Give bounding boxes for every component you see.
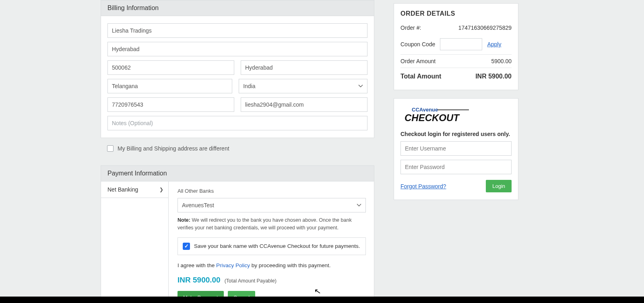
- svg-text:CHECKOUT: CHECKOUT: [405, 112, 460, 123]
- payment-tabs: Net Banking ❯: [101, 181, 169, 303]
- billing-notes-input[interactable]: [107, 116, 367, 130]
- billing-state-input[interactable]: [107, 79, 232, 93]
- agree-line: I agree with the Privacy Policy by proce…: [178, 262, 366, 268]
- payable-amount: INR 5900.00: [178, 276, 221, 284]
- billing-panel: Billing Information India: [101, 0, 374, 138]
- login-button[interactable]: Login: [486, 180, 512, 192]
- order-details-title: ORDER DETAILS: [400, 10, 512, 17]
- order-number-value: 17471630669275829: [458, 25, 512, 31]
- order-details-box: ORDER DETAILS Order #: 17471630669275829…: [394, 3, 518, 90]
- billing-country-select[interactable]: India: [239, 79, 367, 93]
- checkbox-empty-icon: [107, 145, 114, 152]
- payment-panel: Payment Information Net Banking ❯ All Ot…: [101, 165, 374, 303]
- coupon-input[interactable]: [440, 38, 482, 50]
- tab-netbanking[interactable]: Net Banking ❯: [101, 181, 168, 198]
- forgot-password-link[interactable]: Forgot Password?: [400, 183, 446, 190]
- bank-select[interactable]: AvenuesTest: [178, 198, 366, 212]
- checkout-login-box: CCAvenue CHECKOUT Checkout login for reg…: [394, 98, 518, 200]
- payable-amount-note: (Total Amount Payable): [225, 278, 277, 284]
- username-input[interactable]: [400, 141, 512, 156]
- svg-text:CCAvenue: CCAvenue: [412, 107, 438, 113]
- all-other-banks-label: All Other Banks: [178, 188, 366, 194]
- apply-coupon-link[interactable]: Apply: [487, 41, 501, 47]
- payment-header: Payment Information: [101, 166, 374, 181]
- checkbox-checked-icon: ✓: [183, 243, 190, 250]
- redirect-note: Note: We will redirect you to the bank y…: [178, 216, 366, 232]
- privacy-policy-link[interactable]: Privacy Policy: [216, 262, 250, 268]
- chevron-right-icon: ❯: [159, 187, 163, 192]
- save-bank-checkbox[interactable]: ✓ Save your bank name with CCAvenue Chec…: [178, 237, 366, 255]
- billing-zip-input[interactable]: [107, 60, 234, 75]
- different-shipping-label: My Billing and Shipping address are diff…: [118, 145, 229, 152]
- billing-header: Billing Information: [101, 0, 374, 16]
- checkout-login-title: Checkout login for registered users only…: [400, 131, 512, 137]
- save-bank-label: Save your bank name with CCAvenue Checko…: [194, 243, 360, 249]
- billing-name-input[interactable]: [107, 23, 367, 38]
- coupon-label: Coupon Code: [400, 41, 435, 47]
- total-amount-row: Total Amount INR 5900.00: [400, 68, 512, 83]
- billing-address-input[interactable]: [107, 42, 367, 56]
- billing-email-input[interactable]: [241, 97, 367, 112]
- billing-city-input[interactable]: [241, 60, 367, 75]
- tab-netbanking-label: Net Banking: [107, 186, 138, 193]
- order-amount-row: Order Amount 5900.00: [400, 55, 512, 68]
- ccavenue-checkout-logo: CCAvenue CHECKOUT: [400, 104, 512, 127]
- order-amount-value: 5900.00: [491, 58, 512, 64]
- bottom-bar: [0, 297, 644, 303]
- password-input[interactable]: [400, 160, 512, 174]
- billing-phone-input[interactable]: [107, 97, 234, 112]
- total-amount-value: INR 5900.00: [475, 73, 512, 80]
- different-shipping-checkbox[interactable]: My Billing and Shipping address are diff…: [101, 138, 374, 163]
- order-number-row: Order #: 17471630669275829: [400, 21, 512, 34]
